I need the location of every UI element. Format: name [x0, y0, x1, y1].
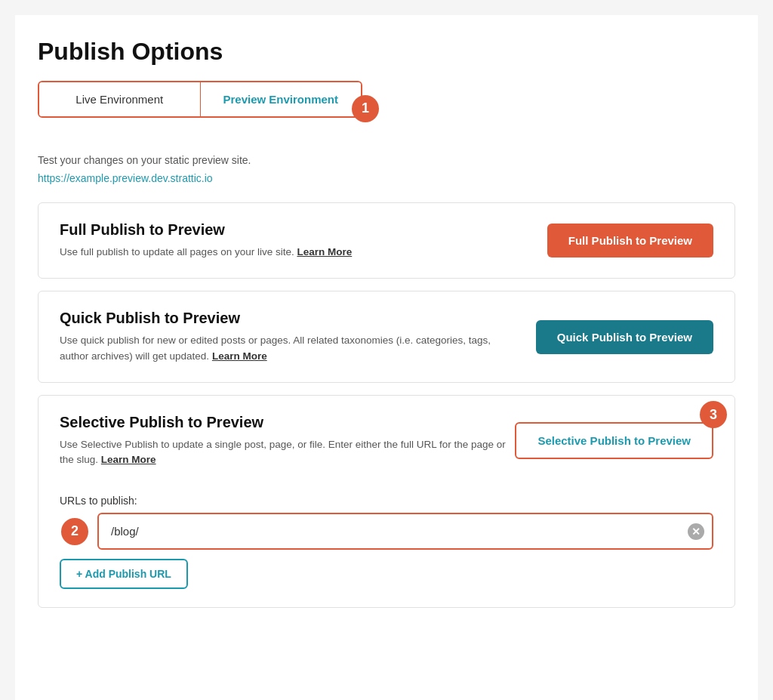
full-publish-left: Full Publish to Preview Use full publish…	[60, 221, 532, 260]
preview-link[interactable]: https://example.preview.dev.strattic.io	[38, 172, 735, 184]
full-publish-right: Full Publish to Preview	[547, 224, 713, 257]
selective-publish-section: Selective Publish to Preview Use Selecti…	[38, 395, 735, 609]
badge-1: 1	[352, 95, 379, 122]
tab-preview-environment[interactable]: Preview Environment	[201, 82, 362, 116]
quick-publish-section: Quick Publish to Preview Use quick publi…	[38, 291, 735, 383]
selective-publish-learn-more[interactable]: Learn More	[101, 454, 156, 465]
selective-publish-title: Selective Publish to Preview	[60, 414, 515, 431]
full-publish-section: Full Publish to Preview Use full publish…	[38, 202, 735, 279]
quick-publish-learn-more[interactable]: Learn More	[212, 350, 267, 362]
selective-publish-right: 3 Selective Publish to Preview	[515, 422, 713, 459]
quick-publish-button[interactable]: Quick Publish to Preview	[536, 320, 713, 354]
url-input[interactable]	[97, 513, 713, 550]
urls-label: URLs to publish:	[60, 495, 713, 507]
full-publish-button[interactable]: Full Publish to Preview	[547, 224, 713, 257]
quick-publish-title: Quick Publish to Preview	[60, 310, 521, 327]
full-publish-learn-more[interactable]: Learn More	[297, 246, 352, 257]
full-publish-title: Full Publish to Preview	[60, 221, 532, 239]
url-input-wrapper: 2 ✕	[97, 513, 713, 550]
page-container: Publish Options Live Environment Preview…	[15, 15, 758, 700]
tab-live-environment[interactable]: Live Environment	[39, 82, 200, 116]
full-publish-desc: Use full publish to update all pages on …	[60, 245, 532, 260]
preview-description: Test your changes on your static preview…	[38, 154, 735, 166]
selective-publish-desc: Use Selective Publish to update a single…	[60, 437, 515, 468]
selective-publish-left: Selective Publish to Preview Use Selecti…	[60, 414, 515, 468]
add-publish-url-button[interactable]: + Add Publish URL	[60, 559, 188, 589]
tab-switcher-wrapper: Live Environment Preview Environment 1	[38, 81, 362, 136]
quick-publish-left: Quick Publish to Preview Use quick publi…	[60, 310, 521, 364]
selective-publish-top: Selective Publish to Preview Use Selecti…	[60, 414, 713, 468]
urls-section: URLs to publish: 2 ✕ + Add Publish URL	[60, 495, 713, 589]
tab-switcher: Live Environment Preview Environment	[38, 81, 362, 118]
quick-publish-right: Quick Publish to Preview	[536, 320, 713, 354]
selective-publish-button[interactable]: Selective Publish to Preview	[515, 422, 713, 459]
quick-publish-desc: Use quick publish for new or edited post…	[60, 333, 521, 364]
url-input-clear-button[interactable]: ✕	[688, 523, 704, 540]
badge-3: 3	[700, 401, 727, 428]
badge-2: 2	[61, 518, 88, 545]
page-title: Publish Options	[38, 38, 735, 66]
